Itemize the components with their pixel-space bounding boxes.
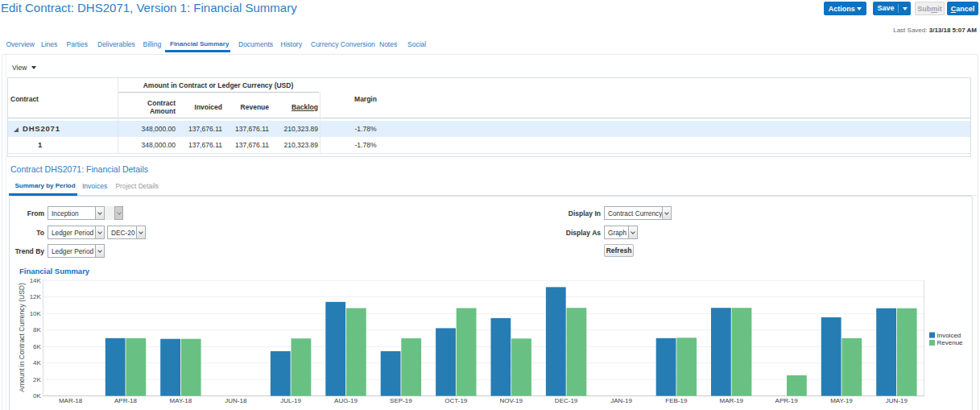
svg-text:MAY-19: MAY-19 [830, 397, 853, 404]
svg-text:JUN-18: JUN-18 [225, 397, 247, 404]
svg-text:NOV-19: NOV-19 [499, 397, 523, 404]
svg-text:Amount in Contract Currency (U: Amount in Contract Currency (USD) [18, 283, 26, 392]
svg-text:Revenue: Revenue [937, 339, 964, 346]
svg-text:OCT-19: OCT-19 [445, 397, 468, 404]
svg-text:JUN-19: JUN-19 [886, 397, 908, 404]
svg-text:MAR-18: MAR-18 [59, 397, 83, 404]
svg-text:2K: 2K [33, 376, 41, 383]
svg-text:FEB-19: FEB-19 [665, 397, 688, 404]
svg-text:0K: 0K [33, 392, 41, 400]
svg-text:JAN-19: JAN-19 [610, 397, 632, 404]
svg-text:APR-19: APR-19 [775, 397, 799, 404]
svg-text:8K: 8K [33, 326, 41, 333]
svg-text:APR-18: APR-18 [114, 397, 138, 404]
svg-text:10K: 10K [30, 310, 42, 317]
svg-text:JUL-19: JUL-19 [280, 397, 301, 404]
svg-text:Invoiced: Invoiced [937, 332, 961, 339]
svg-text:4K: 4K [33, 359, 41, 367]
svg-text:14K: 14K [30, 277, 42, 284]
svg-text:DEC-19: DEC-19 [555, 397, 578, 404]
svg-text:12K: 12K [30, 293, 42, 300]
svg-text:MAY-18: MAY-18 [170, 397, 192, 404]
svg-text:AUG-19: AUG-19 [334, 397, 358, 404]
svg-text:MAR-19: MAR-19 [720, 397, 744, 404]
svg-text:6K: 6K [33, 343, 41, 350]
svg-text:SEP-19: SEP-19 [390, 397, 412, 404]
